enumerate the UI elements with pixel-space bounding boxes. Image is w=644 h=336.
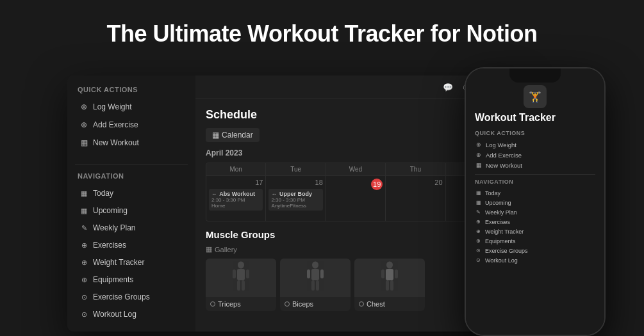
phone-exercise-groups-icon: ⊙ bbox=[475, 247, 482, 254]
today-icon: ▦ bbox=[79, 188, 89, 198]
phone-exercises-icon: ⊕ bbox=[475, 218, 482, 225]
svg-rect-4 bbox=[237, 280, 240, 291]
phone-weekly-plan-icon: ✎ bbox=[475, 209, 482, 216]
phone-add-exercise-icon: ⊕ bbox=[475, 151, 483, 159]
calendar-icon: ▦ bbox=[212, 131, 219, 140]
chest-image bbox=[354, 259, 425, 297]
phone-nav-weekly-plan[interactable]: ✎ Weekly Plan bbox=[475, 207, 595, 217]
cal-date-19-today: 19 bbox=[371, 179, 383, 190]
phone-navigation-title: Navigation bbox=[475, 179, 595, 185]
weekly-plan-icon: ✎ bbox=[79, 223, 89, 233]
muscle-card-chest[interactable]: Chest bbox=[354, 259, 425, 311]
navigation-title: Navigation bbox=[75, 172, 188, 180]
workout-log-icon: ⊙ bbox=[79, 309, 89, 319]
phone-nav-weight-tracker[interactable]: ⊕ Weight Tracker bbox=[475, 227, 595, 236]
phone-new-workout-icon: ▦ bbox=[475, 161, 483, 169]
phone-equipments-icon: ⊕ bbox=[475, 237, 482, 244]
svg-rect-7 bbox=[311, 269, 319, 280]
sidebar-item-exercises[interactable]: ⊕ Exercises bbox=[75, 237, 188, 253]
muscle-grid: Triceps bbox=[206, 259, 506, 311]
sidebar-item-equipments[interactable]: ⊕ Equipments bbox=[75, 271, 188, 288]
phone-notch bbox=[509, 68, 561, 83]
phone-nav-workout-log[interactable]: ⊙ Workout Log bbox=[475, 255, 595, 265]
phone-nav-today[interactable]: ▦ Today bbox=[475, 188, 595, 198]
cal-cell-mon: 17 ↔ Abs Workout 2:30 - 3:30 PM Home bbox=[206, 176, 265, 221]
phone-nav-equipments[interactable]: ⊕ Equipments bbox=[475, 236, 595, 246]
sidebar-item-today[interactable]: ▦ Today bbox=[75, 185, 188, 202]
phone-nav-upcoming[interactable]: ▦ Upcoming bbox=[475, 198, 595, 207]
gallery-tab[interactable]: ▦ Gallery bbox=[206, 245, 506, 253]
muscle-groups-section: Muscle Groups ▦ Gallery bbox=[206, 229, 506, 311]
calendar-grid: Mon Tue Wed Thu Fri 17 ↔ Abs Workout 2:3… bbox=[206, 163, 506, 221]
svg-point-12 bbox=[386, 261, 393, 268]
sidebar-item-weekly-plan[interactable]: ✎ Weekly Plan bbox=[75, 220, 188, 236]
phone-add-exercise-label: Add Exercise bbox=[486, 152, 522, 159]
sidebar-item-exercise-groups[interactable]: ⊙ Exercise Groups bbox=[75, 289, 188, 305]
exercise-groups-label: Exercise Groups bbox=[93, 292, 150, 301]
phone-screen: 🏋 Workout Tracker Quick Actions ⊕ Log We… bbox=[466, 68, 604, 335]
svg-rect-8 bbox=[307, 269, 310, 278]
equipments-label: Equipments bbox=[93, 275, 133, 284]
phone-upcoming-label: Upcoming bbox=[485, 200, 511, 206]
quick-actions-title: Quick Actions bbox=[75, 86, 188, 93]
add-exercise-button[interactable]: ⊕ Add Exercise bbox=[75, 116, 188, 133]
biceps-dot bbox=[285, 301, 290, 307]
upcoming-label: Upcoming bbox=[93, 206, 128, 215]
schedule-title: Schedule bbox=[206, 108, 506, 122]
sidebar-item-workout-log[interactable]: ⊙ Workout Log bbox=[75, 306, 188, 323]
triceps-dot bbox=[210, 301, 215, 307]
svg-rect-9 bbox=[320, 269, 324, 278]
chest-dot bbox=[359, 301, 364, 307]
phone-nav-exercises[interactable]: ⊕ Exercises bbox=[475, 217, 595, 227]
upper-event-title: ↔ Upper Body bbox=[271, 191, 320, 197]
cal-cell-thu: 20 bbox=[386, 176, 445, 221]
comment-icon[interactable]: 💬 bbox=[442, 81, 454, 93]
svg-rect-11 bbox=[316, 280, 319, 291]
svg-point-0 bbox=[238, 261, 244, 268]
phone-equipments-label: Equipments bbox=[485, 238, 516, 244]
phone-add-exercise[interactable]: ⊕ Add Exercise bbox=[475, 150, 595, 160]
phone-new-workout[interactable]: ▦ New Workout bbox=[475, 160, 595, 170]
new-workout-button[interactable]: ▦ New Workout bbox=[75, 134, 188, 151]
chest-label: Chest bbox=[354, 297, 425, 311]
phone-logo: 🏋 bbox=[475, 85, 595, 108]
cal-date-20: 20 bbox=[388, 179, 442, 186]
muscle-card-biceps[interactable]: Biceps bbox=[280, 259, 351, 311]
phone-workout-log-icon: ⊙ bbox=[475, 257, 482, 264]
phone-log-weight[interactable]: ⊕ Log Weight bbox=[475, 140, 595, 150]
phone-workout-log-label: Workout Log bbox=[485, 257, 518, 264]
svg-rect-15 bbox=[395, 269, 398, 278]
biceps-image bbox=[280, 259, 351, 297]
svg-rect-13 bbox=[386, 269, 393, 280]
svg-rect-5 bbox=[242, 280, 245, 291]
svg-point-6 bbox=[312, 261, 318, 268]
log-weight-label: Log Weight bbox=[93, 102, 132, 111]
abs-event-title: ↔ Abs Workout bbox=[211, 191, 260, 197]
muscle-card-triceps[interactable]: Triceps bbox=[206, 259, 276, 311]
sidebar-item-weight-tracker[interactable]: ⊕ Weight Tracker bbox=[75, 254, 188, 271]
svg-rect-14 bbox=[381, 269, 384, 278]
gallery-label: Gallery bbox=[215, 246, 237, 253]
exercises-label: Exercises bbox=[93, 241, 126, 250]
cal-event-upper[interactable]: ↔ Upper Body 2:30 - 3:30 PM AnytimeFitne… bbox=[268, 189, 322, 211]
upper-event-icon: ↔ bbox=[271, 191, 276, 197]
sidebar-divider bbox=[75, 164, 188, 164]
tab-bar: ▦ Calendar bbox=[206, 128, 506, 142]
svg-rect-2 bbox=[233, 269, 236, 278]
add-exercise-label: Add Exercise bbox=[93, 120, 138, 129]
phone-upcoming-icon: ▦ bbox=[475, 199, 482, 206]
svg-rect-17 bbox=[390, 280, 393, 291]
cal-event-abs[interactable]: ↔ Abs Workout 2:30 - 3:30 PM Home bbox=[209, 189, 263, 211]
sidebar-item-upcoming[interactable]: ▦ Upcoming bbox=[75, 202, 188, 219]
phone-nav-exercise-groups[interactable]: ⊙ Exercise Groups bbox=[475, 246, 595, 255]
phone-log-weight-icon: ⊕ bbox=[475, 141, 483, 148]
phone-weight-tracker-label: Weight Tracker bbox=[485, 228, 524, 235]
svg-rect-1 bbox=[237, 269, 245, 280]
exercise-groups-icon: ⊙ bbox=[79, 292, 89, 302]
tab-calendar[interactable]: ▦ Calendar bbox=[206, 128, 260, 142]
cal-cell-tue: 18 ↔ Upper Body 2:30 - 3:30 PM AnytimeFi… bbox=[266, 176, 325, 221]
new-workout-label: New Workout bbox=[93, 138, 139, 147]
weekly-plan-label: Weekly Plan bbox=[93, 223, 135, 232]
log-weight-button[interactable]: ⊕ Log Weight bbox=[75, 99, 188, 115]
upper-event-loc: AnytimeFitness bbox=[271, 203, 320, 209]
